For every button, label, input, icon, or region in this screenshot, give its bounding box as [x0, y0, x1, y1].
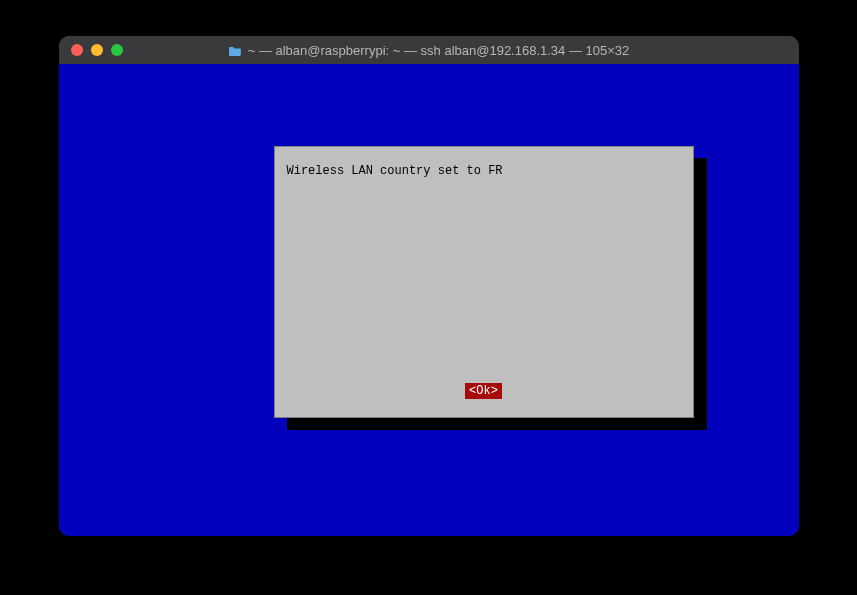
close-icon[interactable] [71, 44, 83, 56]
terminal-viewport[interactable]: Wireless LAN country set to FR <Ok> [59, 64, 799, 536]
window-title-text: ~ — alban@raspberrypi: ~ — ssh alban@192… [248, 43, 630, 58]
terminal-window: ~ — alban@raspberrypi: ~ — ssh alban@192… [59, 36, 799, 536]
traffic-lights [71, 44, 123, 56]
window-title: ~ — alban@raspberrypi: ~ — ssh alban@192… [59, 43, 799, 58]
zoom-icon[interactable] [111, 44, 123, 56]
folder-icon [228, 45, 242, 56]
dialog-buttons: <Ok> [287, 383, 681, 405]
titlebar: ~ — alban@raspberrypi: ~ — ssh alban@192… [59, 36, 799, 64]
dialog-message: Wireless LAN country set to FR [287, 163, 681, 383]
ok-button[interactable]: <Ok> [465, 383, 502, 399]
whiptail-dialog: Wireless LAN country set to FR <Ok> [274, 146, 694, 418]
dialog-inner: Wireless LAN country set to FR <Ok> [275, 147, 693, 417]
minimize-icon[interactable] [91, 44, 103, 56]
